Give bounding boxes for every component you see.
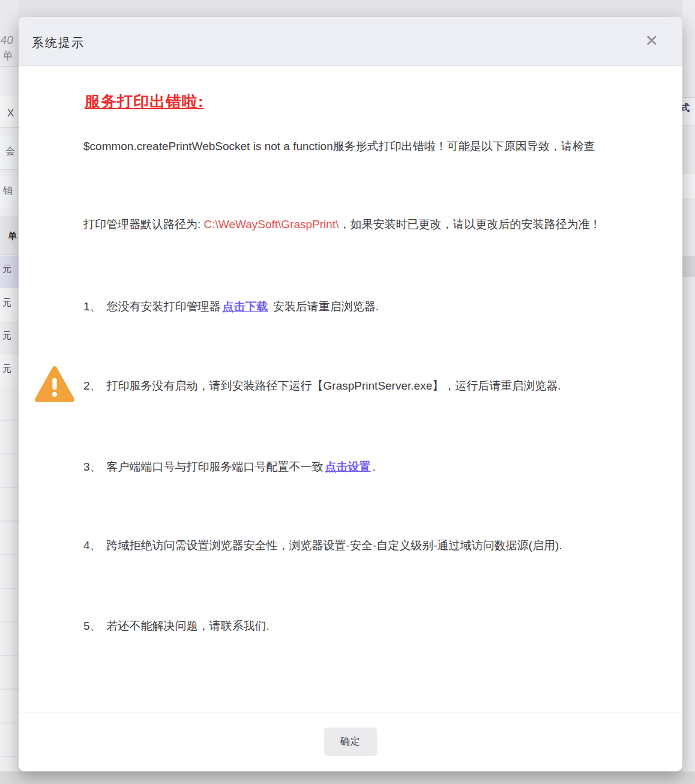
bg-fragment-unit: 元 — [2, 298, 11, 307]
bg-band — [682, 174, 695, 198]
item-text: 若还不能解决问题，请联系我们. — [107, 620, 269, 632]
bg-band — [682, 256, 695, 277]
item-number: 1、 — [83, 300, 101, 313]
list-item-1: 1、您没有安装打印管理器点击下载 安装后请重启浏览器. — [83, 299, 379, 315]
download-link[interactable]: 点击下载 — [223, 300, 268, 313]
item-text: 客户端端口号与打印服务端口号配置不一致 — [107, 460, 323, 473]
install-path: C:\WeWaySoft\GraspPrint\ — [204, 218, 339, 231]
item-text: 打印服务没有启动，请到安装路径下运行【GraspPrintServer.exe】… — [107, 379, 561, 392]
dialog-header: 系统提示 ✕ — [19, 17, 682, 66]
bg-table-rows — [0, 387, 19, 771]
list-item-3: 3、客户端端口号与打印服务端口号配置不一致点击设置. — [83, 459, 376, 475]
bg-fragment-number: 40 — [0, 34, 14, 46]
bg-fragment-unit: 元 — [2, 331, 11, 340]
list-item-2: 2、打印服务没有启动，请到安装路径下运行【GraspPrintServer.ex… — [83, 378, 561, 394]
item-text: 安装后请重启浏览器. — [270, 300, 379, 313]
ok-button[interactable]: 确定 — [324, 728, 377, 756]
warning-triangle-icon — [35, 364, 74, 406]
item-number: 3、 — [83, 460, 101, 473]
list-item-4: 4、跨域拒绝访问需设置浏览器安全性，浏览器设置-安全-自定义级别-通过域访问数据… — [83, 538, 562, 553]
install-path-line: 打印管理器默认路径为: C:\WeWaySoft\GraspPrint\，如果安… — [83, 217, 601, 232]
list-item-5: 5、若还不能解决问题，请联系我们. — [83, 618, 269, 634]
backdrop-top-strip — [0, 0, 695, 17]
item-text: 您没有安装打印管理器 — [107, 300, 221, 313]
backdrop-left-strip: 40 单 X 会 销 单 元 元 元 元 — [0, 0, 19, 784]
backdrop-bottom-strip — [0, 771, 695, 784]
bg-fragment-close: X — [7, 108, 14, 118]
bg-fragment-cell: 会 — [5, 146, 15, 156]
settings-link[interactable]: 点击设置 — [325, 460, 371, 473]
error-message: $common.createPrintWebSocket is not a fu… — [83, 139, 595, 154]
bg-fragment-cell: 销 — [3, 186, 13, 196]
item-text: 跨域拒绝访问需设置浏览器安全性，浏览器设置-安全-自定义级别-通过域访问数据源(… — [107, 539, 562, 552]
error-heading: 服务打印出错啦: — [85, 91, 204, 112]
bg-fragment-label: 单 — [2, 50, 13, 61]
backdrop-right-strip: 式 — [682, 0, 695, 784]
item-number: 2、 — [83, 379, 101, 392]
bg-fragment-unit: 元 — [2, 364, 11, 373]
item-text: . — [373, 460, 376, 473]
path-prefix: 打印管理器默认路径为: — [83, 218, 204, 231]
dialog-title: 系统提示 — [32, 35, 85, 51]
bg-fragment-unit: 元 — [2, 264, 11, 273]
item-number: 4、 — [83, 539, 101, 552]
dialog-footer: 确定 — [19, 713, 682, 771]
bg-fragment-cell: 单 — [8, 231, 17, 240]
item-number: 5、 — [83, 620, 101, 632]
path-suffix: ，如果安装时已更改，请以更改后的安装路径为准！ — [338, 218, 601, 231]
close-icon[interactable]: ✕ — [645, 32, 658, 49]
system-prompt-dialog: 系统提示 ✕ 服务打印出错啦: $common.createPrintWebSo… — [19, 17, 682, 771]
